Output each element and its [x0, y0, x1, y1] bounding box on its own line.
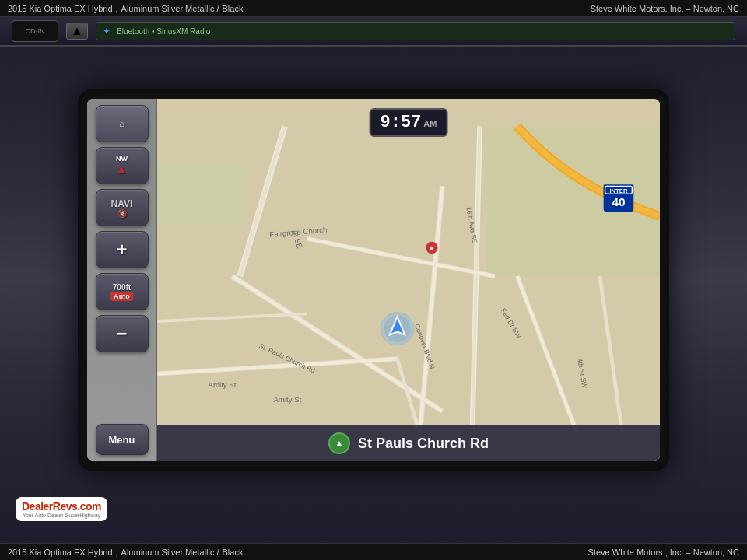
navi-button[interactable]: NAVI 🔇 — [96, 189, 149, 226]
road-direction-icon: ▲ — [335, 438, 344, 449]
dealer-revs-text: DealerRevs — [22, 500, 77, 513]
eject-button[interactable]: ▲ — [66, 23, 88, 40]
compass-arrow-icon: ▲ — [116, 163, 128, 177]
top-color-short: Black — [223, 4, 244, 13]
top-dealer-name: Steve White Motors, Inc. — [591, 4, 684, 13]
scale-value: 700ft — [113, 283, 131, 292]
top-separator: , — [116, 4, 118, 13]
bottom-bar-right: Steve White Motors , Inc. – Newton, NC — [588, 548, 739, 557]
nav-bezel: ⌂ NW ▲ NAVI 🔇 + 700ft Auto — [78, 89, 669, 471]
time-value: 9:57 — [381, 113, 422, 132]
svg-text:Amity St: Amity St — [273, 395, 301, 404]
map-area: Fairgrove Church Amity St Amity St St. P… — [157, 99, 660, 461]
car-interior: CD-IN ▲ ✦ Bluetooth • SiriusXM Radio ⌂ N… — [0, 17, 747, 543]
main-content: CD-IN ▲ ✦ Bluetooth • SiriusXM Radio ⌂ N… — [0, 17, 747, 543]
top-bar-left: 2015 Kia Optima EX Hybrid , Aluminum Sil… — [8, 4, 243, 13]
time-ampm: AM — [423, 119, 437, 128]
menu-label: Menu — [109, 434, 135, 446]
bottom-dealer-name: Steve White Motors — [588, 548, 663, 557]
bluetooth-icon: ✦ — [103, 26, 110, 37]
radio-text: Bluetooth • SiriusXM Radio — [117, 27, 210, 36]
home-button[interactable]: ⌂ — [96, 105, 149, 142]
bottom-bar: 2015 Kia Optima EX Hybrid , Aluminum Sil… — [0, 543, 747, 560]
radio-display: ✦ Bluetooth • SiriusXM Radio — [96, 22, 735, 40]
current-road-bar: ▲ St Pauls Church Rd — [157, 425, 660, 461]
svg-text:40: 40 — [612, 195, 625, 208]
zoom-in-button[interactable]: + — [96, 231, 149, 268]
navi-label: NAVI — [111, 198, 133, 209]
top-dealer-location: Newton, NC — [693, 4, 739, 13]
nav-screen: ⌂ NW ▲ NAVI 🔇 + 700ft Auto — [87, 99, 660, 461]
compass-label: NW — [116, 155, 128, 163]
svg-text:INTER: INTER — [609, 187, 628, 194]
eject-icon: ▲ — [71, 24, 83, 38]
bottom-separator: , — [116, 548, 118, 557]
current-road-name: St Pauls Church Rd — [358, 436, 489, 452]
navi-mute-icon: 🔇 — [117, 209, 127, 218]
svg-text:★: ★ — [429, 245, 434, 252]
dealer-logo: DealerRevs.com Your Auto Dealer SuperHig… — [16, 497, 107, 521]
top-bar-right: Steve White Motors, Inc. – Newton, NC — [591, 4, 739, 13]
cd-label: CD-IN — [26, 27, 45, 35]
menu-button[interactable]: Menu — [96, 424, 149, 455]
bottom-color-short: Black — [223, 548, 244, 557]
bottom-dealer-sep: , Inc. – — [665, 548, 693, 557]
map-background: Fairgrove Church Amity St Amity St St. P… — [157, 99, 660, 461]
nav-sidebar: ⌂ NW ▲ NAVI 🔇 + 700ft Auto — [87, 99, 157, 461]
home-icon: ⌂ — [119, 119, 124, 128]
time-display: 9:57 AM — [370, 108, 448, 137]
map-svg: Fairgrove Church Amity St Amity St St. P… — [157, 99, 660, 461]
bottom-bar-left: 2015 Kia Optima EX Hybrid , Aluminum Sil… — [8, 548, 243, 557]
road-icon: ▲ — [328, 432, 350, 454]
svg-rect-1 — [157, 164, 247, 224]
dealer-logo-box: DealerRevs.com Your Auto Dealer SuperHig… — [16, 497, 107, 521]
bottom-color-full: Aluminum Silver Metallic / — [121, 548, 219, 557]
top-color-full: Aluminum Silver Metallic / — [121, 4, 219, 13]
svg-rect-2 — [487, 126, 660, 276]
dealer-logo-name: DealerRevs.com — [22, 500, 101, 513]
scale-display: 700ft Auto — [96, 273, 149, 310]
zoom-out-button[interactable]: − — [96, 315, 149, 352]
top-bar: 2015 Kia Optima EX Hybrid , Aluminum Sil… — [0, 0, 747, 17]
scale-mode: Auto — [110, 292, 133, 301]
compass-button[interactable]: NW ▲ — [96, 147, 149, 184]
svg-text:Amity St: Amity St — [209, 380, 237, 389]
top-car-model: 2015 Kia Optima EX Hybrid — [8, 4, 113, 13]
zoom-out-icon: − — [116, 323, 127, 345]
cd-area: CD-IN — [12, 20, 58, 42]
top-dealer-sep: – — [686, 4, 693, 13]
audio-bar: CD-IN ▲ ✦ Bluetooth • SiriusXM Radio — [0, 17, 747, 47]
zoom-in-icon: + — [116, 239, 127, 261]
bottom-car-model: 2015 Kia Optima EX Hybrid — [8, 548, 113, 557]
bottom-dealer-location: Newton, NC — [693, 548, 739, 557]
dealer-tagline: Your Auto Dealer SuperHighway — [23, 513, 100, 518]
